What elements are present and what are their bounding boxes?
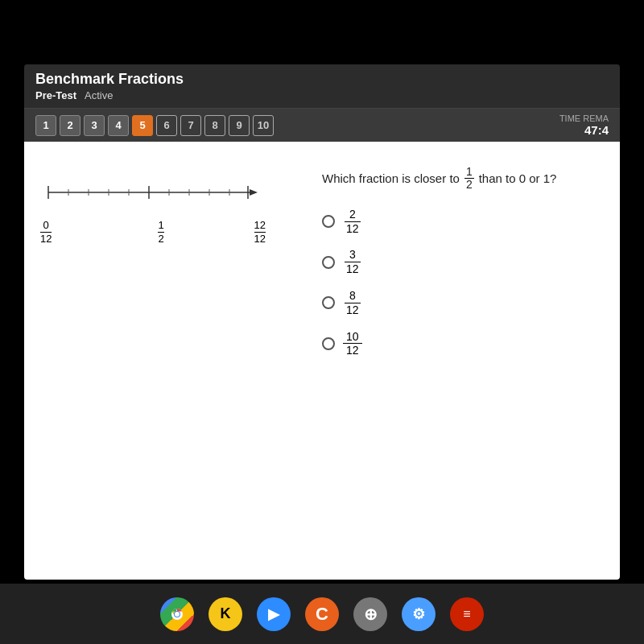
question-fraction-num: 1 <box>464 166 474 179</box>
question-fraction-den: 2 <box>464 179 474 191</box>
option-den-2: 12 <box>343 303 362 317</box>
option-num-2: 8 <box>345 289 361 303</box>
taskbar-icon-chrome[interactable] <box>160 597 194 631</box>
question-section: Which fraction is closer to 1 2 than to … <box>314 166 604 357</box>
screen: Benchmark Fractions Pre-Test Active 1234… <box>24 64 620 580</box>
option-row-3[interactable]: 1012 <box>322 330 604 358</box>
taskbar-icon-c[interactable]: C <box>305 597 339 631</box>
option-fraction-1: 312 <box>343 248 362 276</box>
time-label: TIME REMA <box>559 114 609 123</box>
number-line-container: 0 12 1 2 12 12 <box>40 166 282 245</box>
nav-question-4[interactable]: 4 <box>108 115 129 136</box>
option-row-2[interactable]: 812 <box>322 289 604 317</box>
svg-marker-1 <box>250 189 258 196</box>
pre-test-label: Pre-Test <box>35 89 76 101</box>
label-12-12-den: 12 <box>254 233 266 246</box>
question-fraction: 1 2 <box>464 166 474 192</box>
taskbar-icon-k[interactable]: K <box>208 597 242 631</box>
nav-question-3[interactable]: 3 <box>84 115 105 136</box>
options-list: 2123128121012 <box>322 208 604 357</box>
question-text-before: Which fraction is closer to <box>322 171 460 185</box>
taskbar-icon-zoom[interactable]: ▶ <box>257 597 291 631</box>
label-1-2: 1 2 <box>158 219 163 245</box>
nav-bar: 12345678910 TIME REMA 47:4 <box>24 109 620 142</box>
option-fraction-3: 1012 <box>343 330 362 358</box>
question-navigation: 12345678910 <box>35 115 274 136</box>
label-0-12: 0 12 <box>40 219 52 245</box>
time-value: 47:4 <box>559 123 609 137</box>
radio-0[interactable] <box>322 215 335 228</box>
option-den-3: 12 <box>343 344 362 357</box>
label-1-2-num: 1 <box>158 219 163 233</box>
number-line-section: 0 12 1 2 12 12 Which fraction is cl <box>40 166 604 357</box>
option-num-3: 10 <box>343 330 362 345</box>
subtitle-row: Pre-Test Active <box>35 89 609 101</box>
content-area: 0 12 1 2 12 12 Which fraction is cl <box>24 142 620 580</box>
time-remaining: TIME REMA 47:4 <box>559 114 609 137</box>
option-den-1: 12 <box>343 262 362 276</box>
taskbar-icon-patch[interactable]: ⊕ <box>353 597 387 631</box>
radio-2[interactable] <box>322 296 335 309</box>
header-bar: Benchmark Fractions Pre-Test Active <box>24 64 620 109</box>
page-title: Benchmark Fractions <box>35 71 609 88</box>
nav-question-8[interactable]: 8 <box>204 115 225 136</box>
label-12-12-num: 12 <box>254 219 266 233</box>
nav-question-9[interactable]: 9 <box>229 115 250 136</box>
question-text: Which fraction is closer to 1 2 than to … <box>322 166 604 192</box>
label-12-12: 12 12 <box>254 219 266 245</box>
option-row-0[interactable]: 212 <box>322 208 604 236</box>
option-fraction-0: 212 <box>343 208 362 236</box>
nav-question-10[interactable]: 10 <box>253 115 274 136</box>
nav-question-1[interactable]: 1 <box>35 115 56 136</box>
number-line-labels: 0 12 1 2 12 12 <box>40 219 266 245</box>
label-0-12-num: 0 <box>40 219 52 233</box>
nav-question-5[interactable]: 5 <box>132 115 153 136</box>
taskbar-icon-settings[interactable]: ⚙ <box>402 597 436 631</box>
option-fraction-2: 812 <box>343 289 362 317</box>
nav-question-2[interactable]: 2 <box>60 115 80 136</box>
option-den-0: 12 <box>343 222 362 236</box>
option-num-1: 3 <box>345 248 361 262</box>
option-num-0: 2 <box>345 208 361 222</box>
radio-3[interactable] <box>322 337 335 350</box>
label-1-2-den: 2 <box>158 233 163 246</box>
label-0-12-den: 12 <box>40 233 52 246</box>
taskbar-icon-red[interactable]: ≡ <box>450 597 484 631</box>
svg-point-15 <box>175 612 180 617</box>
question-text-after: than to 0 or 1? <box>479 171 557 185</box>
nav-question-7[interactable]: 7 <box>180 115 201 136</box>
radio-1[interactable] <box>322 256 335 269</box>
number-line-svg <box>40 174 266 214</box>
nav-question-6[interactable]: 6 <box>156 115 177 136</box>
taskbar: K ▶ C ⊕ ⚙ ≡ <box>0 584 644 644</box>
active-badge: Active <box>85 89 113 101</box>
option-row-1[interactable]: 312 <box>322 248 604 276</box>
